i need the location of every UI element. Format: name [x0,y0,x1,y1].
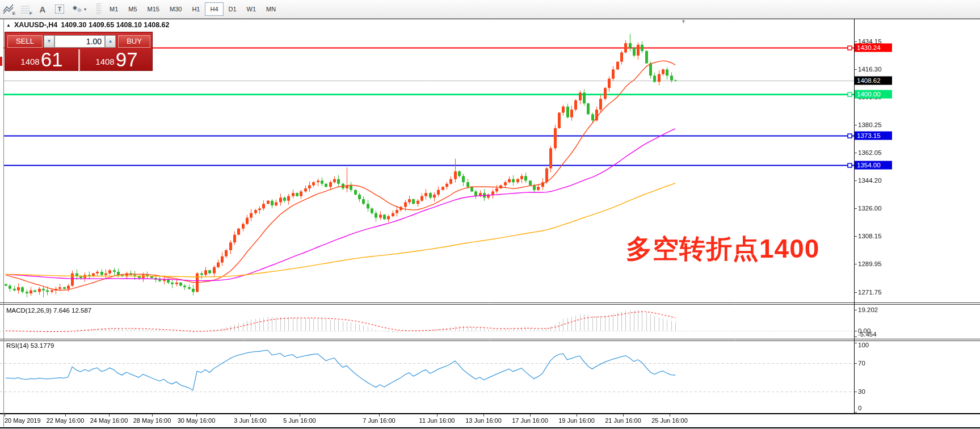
volume-down-icon: ▼ [47,39,52,44]
symbol-name: XAUUSD-,H4 [14,21,57,29]
time-axis-label: 30 May 16:00 [178,417,216,424]
time-axis-label: 13 Jun 16:00 [465,417,502,424]
sell-price-big: 61 [41,49,63,69]
price-badge-1354.00: 1354.00 [855,161,892,170]
time-axis-label: 7 Jun 16:00 [363,417,396,424]
sell-price-display[interactable]: 1408 61 [5,49,78,71]
price-axis-tick: 1380.25 [858,121,882,128]
price-axis-tick: 1271.75 [858,289,882,296]
scroll-to-end-icon[interactable]: ▼ [681,19,686,24]
time-axis-label: 19 Jun 16:00 [558,417,595,424]
time-axis-label: 21 Jun 16:00 [605,417,641,424]
price-axis-tick: 1344.20 [858,177,882,184]
volume-decrease-button[interactable]: ▼ [44,35,54,48]
rsi-axis-tick: 0 [858,405,861,411]
time-axis-label: 11 Jun 16:00 [419,417,455,424]
time-axis-label: 3 Jun 16:00 [234,417,267,424]
volume-input[interactable] [54,35,105,48]
price-axis-tick: 1416.30 [858,66,882,73]
price-badge-1408.62: 1408.62 [855,77,892,85]
price-axis-tick: 1289.95 [858,260,882,267]
collapse-triangle-icon[interactable]: ▲ [6,23,11,28]
macd-axis-tick: 19.202 [858,306,878,313]
price-axis-tick: 1326.00 [858,205,882,212]
time-axis-label: 5 Jun 16:00 [283,417,316,424]
symbol-header: ▲ XAUUSD-,H4 1409.30 1409.65 1408.10 140… [6,21,169,29]
sell-button[interactable]: SELL [7,35,43,48]
buy-button[interactable]: BUY [118,35,150,48]
macd-label: MACD(12,26,9) 7.646 12.587 [6,307,91,314]
rsi-label: RSI(14) 53.1779 [6,342,54,349]
sell-price-small: 1408 [20,54,39,69]
rsi-axis-tick: 100 [858,342,869,348]
rsi-axis-tick: 30 [858,388,865,395]
volume-up-icon: ▲ [108,39,113,44]
time-axis-label: 17 Jun 16:00 [512,417,548,424]
buy-price-big: 97 [116,49,138,69]
price-axis-tick: 1362.05 [858,149,882,156]
symbol-ohlc: 1409.30 1409.65 1408.10 1408.62 [61,21,169,29]
chart-annotation: 多空转折点1400 [626,232,819,267]
time-axis-label: 25 Jun 16:00 [651,417,688,424]
object-anchor-mark [0,57,2,66]
price-badge-1373.15: 1373.15 [855,132,892,140]
macd-axis-tick: -5.454 [858,331,877,338]
time-axis-label: 22 May 16:00 [47,417,85,424]
time-axis-label: 28 May 16:00 [133,417,171,424]
rsi-axis-tick: 70 [858,360,865,367]
volume-increase-button[interactable]: ▲ [105,35,116,48]
price-badge-1400.00: 1400.00 [855,90,892,98]
one-click-trading-panel: SELL ▼ ▲ BUY 1408 61 1408 97 [5,32,153,71]
buy-price-small: 1408 [95,54,114,69]
time-axis-label: 20 May 2019 [5,417,41,424]
price-badge-1430.24: 1430.24 [855,43,892,52]
time-axis-label: 24 May 16:00 [90,417,128,424]
price-axis-tick: 1308.15 [858,233,882,239]
buy-price-display[interactable]: 1408 97 [80,49,153,71]
